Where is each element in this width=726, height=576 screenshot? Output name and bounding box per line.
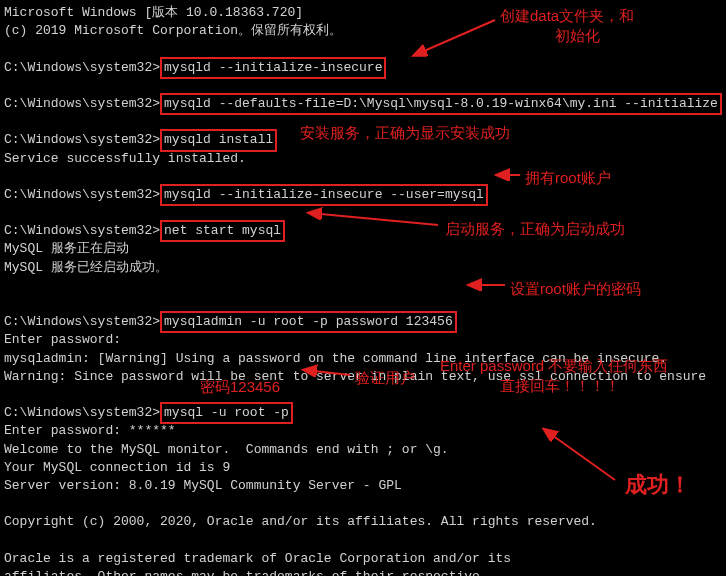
server-version: Server version: 8.0.19 MySQL Community S…: [4, 477, 722, 495]
annotation-verify-user: 验证用户: [355, 367, 415, 388]
annotation-set-root-pwd: 设置root账户的密码: [510, 278, 641, 299]
copyright: Copyright (c) 2000, 2020, Oracle and/or …: [4, 513, 722, 531]
connection-id: Your MySQL connection id is 9: [4, 459, 722, 477]
annotation-root-account: 拥有root账户: [525, 167, 611, 188]
prompt: C:\Windows\system32>: [4, 60, 160, 75]
cmd-defaults-file[interactable]: mysqld --defaults-file=D:\Mysql\mysql-8.…: [160, 93, 722, 115]
install-result: Service successfully installed.: [4, 150, 722, 168]
cmd-admin-pwd[interactable]: mysqladmin -u root -p password 123456: [160, 311, 457, 333]
annotation-start-service: 启动服务，正确为启动成功: [445, 218, 625, 239]
prompt: C:\Windows\system32>: [4, 223, 160, 238]
annotation-enter-pwd-1: Enter password 不要输入任何东西: [440, 355, 668, 376]
cmd-install[interactable]: mysqld install: [160, 129, 277, 151]
enter-password-stars[interactable]: Enter password: ******: [4, 422, 722, 440]
oracle-1: Oracle is a registered trademark of Orac…: [4, 550, 722, 568]
prompt: C:\Windows\system32>: [4, 187, 160, 202]
prompt: C:\Windows\system32>: [4, 405, 160, 420]
oracle-2: affiliates. Other names may be trademark…: [4, 568, 722, 576]
annotation-install-service: 安装服务，正确为显示安装成功: [300, 122, 510, 143]
starting-line: MySQL 服务正在启动: [4, 240, 722, 258]
cmd-init-insecure[interactable]: mysqld --initialize-insecure: [160, 57, 386, 79]
cmd-login[interactable]: mysql -u root -p: [160, 402, 293, 424]
cmd-init-user[interactable]: mysqld --initialize-insecure --user=mysq…: [160, 184, 488, 206]
prompt: C:\Windows\system32>: [4, 314, 160, 329]
prompt: C:\Windows\system32>: [4, 132, 160, 147]
annotation-init: 初始化: [555, 25, 600, 46]
welcome: Welcome to the MySQL monitor. Commands e…: [4, 441, 722, 459]
enter-password[interactable]: Enter password:: [4, 331, 722, 349]
annotation-pwd-123456: 密码123456: [200, 376, 280, 397]
annotation-create-data: 创建data文件夹，和: [500, 5, 634, 26]
annotation-success: 成功！: [625, 470, 691, 501]
started-line: MySQL 服务已经启动成功。: [4, 259, 722, 277]
annotation-enter-pwd-2: 直接回车！！！！: [500, 375, 620, 396]
prompt: C:\Windows\system32>: [4, 96, 160, 111]
cmd-net-start[interactable]: net start mysql: [160, 220, 285, 242]
